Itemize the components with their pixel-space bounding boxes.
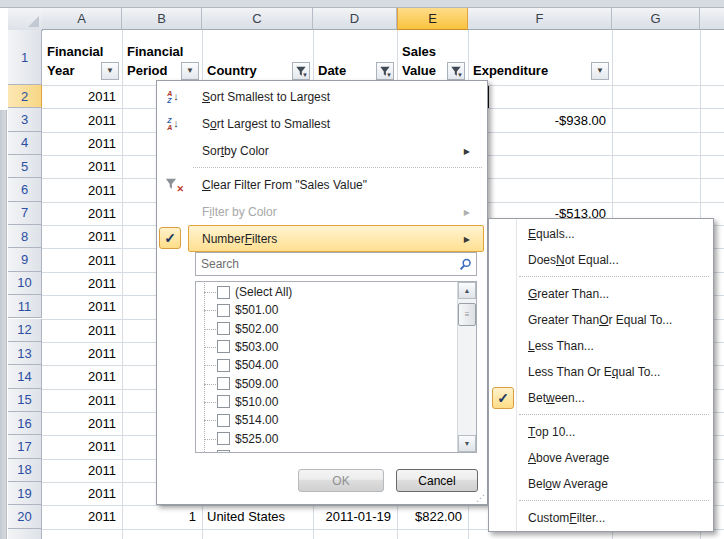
resize-grip[interactable]: ⋰ <box>476 494 485 503</box>
filter-value-509-00[interactable]: $509.00 <box>196 374 457 392</box>
search-input[interactable] <box>195 252 477 276</box>
header-cell-expenditure[interactable]: Expenditure▼ <box>468 30 612 85</box>
checkbox[interactable] <box>217 304 230 317</box>
row-header-13[interactable]: 13 <box>8 342 42 365</box>
cell-A20[interactable]: 2011 <box>42 505 122 528</box>
cell-A9[interactable]: 2011 <box>42 248 122 271</box>
less-than-or-equal-to-menu-item[interactable]: Less Than Or Equal To... <box>489 359 713 385</box>
filter-value-514-00[interactable]: $514.00 <box>196 411 457 429</box>
filter-value-525-00[interactable]: $525.00 <box>196 429 457 447</box>
cell-A6[interactable]: 2011 <box>42 178 122 201</box>
row-header-10[interactable]: 10 <box>8 272 42 295</box>
cell-A17[interactable]: 2011 <box>42 435 122 458</box>
row-header-6[interactable]: 6 <box>8 178 42 201</box>
header-cell-date[interactable]: Date▼ <box>313 30 397 85</box>
cell-D20[interactable]: 2011-01-19 <box>313 505 397 528</box>
col-header-E[interactable]: E <box>397 8 468 30</box>
checkbox[interactable] <box>217 395 230 408</box>
filter-value-510-00[interactable]: $510.00 <box>196 393 457 411</box>
equals-menu-item[interactable]: Equals... <box>489 221 713 247</box>
row-header-14[interactable]: 14 <box>8 365 42 388</box>
cell-A8[interactable]: 2011 <box>42 225 122 248</box>
cell-F3[interactable]: -$938.00 <box>468 108 612 131</box>
col-header-F[interactable]: F <box>468 8 612 30</box>
checkbox[interactable] <box>217 286 230 299</box>
row-header-1[interactable]: 1 <box>8 30 42 85</box>
header-cell-financial-year[interactable]: FinancialYear▼ <box>42 30 122 85</box>
between-menu-item[interactable]: ✓Between... <box>489 385 713 411</box>
top-10-menu-item[interactable]: Top 10... <box>489 419 713 445</box>
scrollbar-thumb[interactable]: ≡ <box>458 303 476 326</box>
col-header-G[interactable]: G <box>612 8 700 30</box>
row-header-partial[interactable] <box>8 529 42 539</box>
row-header-3[interactable]: 3 <box>8 108 42 131</box>
header-cell-financial-period[interactable]: FinancialPeriod▼ <box>122 30 202 85</box>
greater-than-or-equal-to-menu-item[interactable]: Greater Than Or Equal To... <box>489 307 713 333</box>
filter-value-501-00[interactable]: $501.00 <box>196 301 457 319</box>
cell-A10[interactable]: 2011 <box>42 272 122 295</box>
cell-A5[interactable]: 2011 <box>42 155 122 178</box>
cell-A11[interactable]: 2011 <box>42 295 122 318</box>
filter-value-504-00[interactable]: $504.00 <box>196 356 457 374</box>
cell-A16[interactable]: 2011 <box>42 412 122 435</box>
checkbox[interactable] <box>217 377 230 390</box>
row-header-5[interactable]: 5 <box>8 155 42 178</box>
cell-A13[interactable]: 2011 <box>42 342 122 365</box>
filter-value-502-00[interactable]: $502.00 <box>196 320 457 338</box>
cell-A18[interactable]: 2011 <box>42 459 122 482</box>
cell-A7[interactable]: 2011 <box>42 202 122 225</box>
checkbox[interactable] <box>217 450 230 452</box>
col-header-B[interactable]: B <box>122 8 202 30</box>
row-header-12[interactable]: 12 <box>8 319 42 342</box>
cell-A14[interactable]: 2011 <box>42 365 122 388</box>
col-header-C[interactable]: C <box>202 8 313 30</box>
dropdown-button[interactable]: ▼ <box>591 62 609 80</box>
cell-A2[interactable]: 2011 <box>42 85 122 108</box>
cell-A4[interactable]: 2011 <box>42 132 122 155</box>
col-header-D[interactable]: D <box>313 8 397 30</box>
custom-filter-menu-item[interactable]: Custom Filter... <box>489 505 713 531</box>
sort-largest-to-smallest-menu-item[interactable]: ZA↓Sort Largest to Smallest <box>157 110 487 137</box>
filter-by-color-menu-item[interactable]: Filter by Color▶ <box>157 198 487 225</box>
cell-C20[interactable]: United States <box>202 505 313 528</box>
col-header-partial[interactable] <box>700 8 724 30</box>
checkbox[interactable] <box>217 359 230 372</box>
select-all-corner[interactable] <box>8 8 43 31</box>
cell-A19[interactable]: 2011 <box>42 482 122 505</box>
less-than-menu-item[interactable]: Less Than... <box>489 333 713 359</box>
row-header-11[interactable]: 11 <box>8 295 42 318</box>
clear-filter-from-sales-value-menu-item[interactable]: ✕Clear Filter From "Sales Value" <box>157 171 487 198</box>
row-header-18[interactable]: 18 <box>8 459 42 482</box>
applied-filter-button[interactable]: ▼ <box>376 62 394 80</box>
row-header-8[interactable]: 8 <box>8 225 42 248</box>
checkbox[interactable] <box>217 322 230 335</box>
dropdown-button[interactable]: ▼ <box>181 62 199 80</box>
checkbox[interactable] <box>217 414 230 427</box>
cell-A3[interactable]: 2011 <box>42 108 122 131</box>
row-header-16[interactable]: 16 <box>8 412 42 435</box>
cell-B20[interactable]: 1 <box>122 505 202 528</box>
col-header-A[interactable]: A <box>42 8 122 30</box>
header-cell-country[interactable]: Country▼ <box>202 30 313 85</box>
filter-value-partial[interactable] <box>196 448 457 452</box>
cell-A15[interactable]: 2011 <box>42 389 122 412</box>
greater-than-menu-item[interactable]: Greater Than... <box>489 281 713 307</box>
cell-E20[interactable]: $822.00 <box>397 505 468 528</box>
filter-value-503-00[interactable]: $503.00 <box>196 338 457 356</box>
sort-by-color-menu-item[interactable]: Sort by Color▶ <box>157 137 487 164</box>
checkbox[interactable] <box>217 340 230 353</box>
does-not-equal-menu-item[interactable]: Does Not Equal... <box>489 247 713 273</box>
number-filters-menu-item[interactable]: ✓Number Filters▶ <box>157 225 487 252</box>
checkbox[interactable] <box>217 432 230 445</box>
row-header-9[interactable]: 9 <box>8 248 42 271</box>
ok-button[interactable]: OK <box>298 469 384 492</box>
applied-filter-button[interactable]: ▼ <box>292 62 310 80</box>
scroll-down-icon[interactable]: ▼ <box>458 435 476 452</box>
dropdown-button[interactable]: ▼ <box>101 62 119 80</box>
value-list-scrollbar[interactable]: ▲ ≡ ▼ <box>457 282 476 452</box>
row-header-20[interactable]: 20 <box>8 505 42 528</box>
applied-filter-button[interactable]: ▼ <box>447 62 465 80</box>
header-cell-sales-value[interactable]: SalesValue▼ <box>397 30 468 85</box>
row-header-4[interactable]: 4 <box>8 132 42 155</box>
row-header-2[interactable]: 2 <box>8 85 42 108</box>
